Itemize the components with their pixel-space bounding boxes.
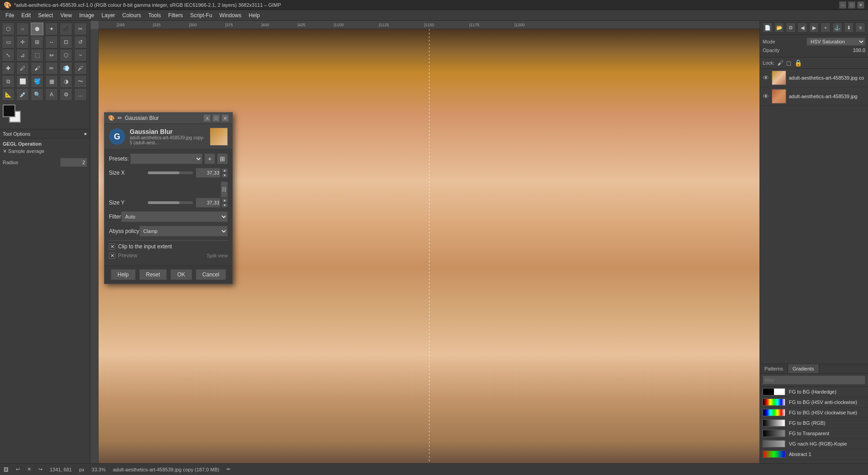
preview-checkbox[interactable]: ✕ [109, 252, 115, 259]
rp-btn4[interactable]: ◀ [797, 23, 807, 33]
layer-eye-1[interactable]: 👁 [763, 93, 769, 100]
clip-checkbox[interactable]: ✕ [109, 243, 115, 250]
menu-view[interactable]: View [57, 11, 75, 19]
tool-path[interactable]: 🖊 [16, 62, 29, 75]
cancel-button[interactable]: Cancel [196, 269, 226, 280]
tool-move[interactable]: ✛ [16, 36, 29, 48]
tool-zoom[interactable]: 🔍 [31, 88, 43, 101]
gradient-item-3[interactable]: FG to BG (RGB) [760, 418, 868, 428]
ok-button[interactable]: OK [170, 269, 192, 280]
tool-fill[interactable]: 🪣 [31, 75, 43, 88]
tool-perspective[interactable]: ⬚ [31, 49, 43, 62]
tab-patterns[interactable]: Patterns [760, 364, 788, 373]
lock-pixels-icon[interactable]: 🖌 [777, 59, 783, 66]
maximize-button[interactable]: □ [848, 1, 855, 9]
gradient-item-2[interactable]: FG to BG (HSV clockwise hue) [760, 408, 868, 418]
rp-btn6[interactable]: + [821, 23, 830, 33]
open-btn[interactable]: 📂 [774, 23, 784, 33]
tool-extra[interactable]: … [74, 88, 87, 101]
rp-btn8[interactable]: ⬇ [844, 23, 854, 33]
tool-pencil[interactable]: ✏ [45, 62, 58, 75]
reset-button[interactable]: Reset [139, 269, 167, 280]
tool-smudge[interactable]: 〜 [74, 75, 87, 88]
tool-align[interactable]: ⊞ [31, 36, 43, 48]
chain-link-btn[interactable]: ⛓ [221, 181, 228, 198]
tool-transform[interactable]: ↔ [45, 36, 58, 48]
minimize-button[interactable]: – [839, 1, 846, 9]
tool-free-select2[interactable]: ⬢ [31, 23, 43, 35]
size-y-up[interactable]: ▲ [222, 198, 228, 203]
preset-manage-btn[interactable]: ⊞ [217, 153, 228, 164]
size-x-input[interactable] [196, 168, 221, 178]
tool-text[interactable]: A [45, 88, 58, 101]
close-button[interactable]: ✕ [857, 1, 864, 9]
menu-tools[interactable]: Tools [145, 11, 165, 19]
gradient-item-0[interactable]: FG to BG (Hardedge) [760, 387, 868, 397]
gradient-item-5[interactable]: VG nach HG (RGB)-Kopie [760, 439, 868, 449]
tool-eraser[interactable]: ⬜ [16, 75, 29, 88]
tool-dodge[interactable]: ◑ [60, 75, 72, 88]
menu-select[interactable]: Select [34, 11, 57, 19]
tool-paint[interactable]: 🖌 [31, 62, 43, 75]
menu-help[interactable]: Help [245, 11, 264, 19]
abyss-select[interactable]: Clamp None Loop Black White [139, 226, 228, 237]
tool-free-select[interactable]: ⬡ [2, 23, 14, 35]
rp-btn3[interactable]: ⚙ [786, 23, 796, 33]
tool-measure[interactable]: 📐 [2, 88, 14, 101]
menu-file[interactable]: File [2, 11, 18, 19]
gradient-item-4[interactable]: FG to Transparent [760, 428, 868, 439]
foreground-color-swatch[interactable] [3, 104, 15, 117]
tool-crop[interactable]: ⊡ [60, 36, 72, 48]
filter-select[interactable]: Auto FIR IIR [121, 211, 228, 222]
menu-filters[interactable]: Filters [165, 11, 187, 19]
lock-position-icon[interactable]: 🔒 [794, 59, 802, 66]
tool-clone[interactable]: ⧉ [2, 75, 14, 88]
rp-btn9[interactable]: ≡ [855, 23, 865, 33]
presets-dropdown[interactable] [130, 153, 203, 164]
preset-add-btn[interactable]: + [204, 153, 215, 164]
size-y-slider[interactable] [148, 201, 193, 204]
tool-airbrush[interactable]: 💨 [60, 62, 72, 75]
tool-fuzzy-select[interactable]: ✦ [45, 23, 58, 35]
tool-iscissors[interactable]: ✂ [74, 23, 87, 35]
dialog-close-btn[interactable]: ✕ [222, 114, 229, 122]
menu-colours[interactable]: Colours [119, 11, 145, 19]
menu-scriptfu[interactable]: Script-Fu [187, 11, 216, 19]
new-image-btn[interactable]: 📄 [763, 23, 773, 33]
size-y-input[interactable] [196, 198, 221, 208]
menu-image[interactable]: Image [75, 11, 98, 19]
menu-layer[interactable]: Layer [98, 11, 119, 19]
size-x-up[interactable]: ▲ [222, 168, 228, 173]
tab-gradients[interactable]: Gradients [788, 364, 819, 373]
tool-flip[interactable]: ⇔ [45, 49, 58, 62]
tool-rotate[interactable]: ↺ [74, 36, 87, 48]
layer-item-1[interactable]: 👁 adult-aesthetics-art-458539.jpg [760, 87, 868, 106]
size-x-down[interactable]: ▼ [222, 173, 228, 178]
tool-heal[interactable]: ✚ [2, 62, 14, 75]
tool-ink[interactable]: 🖋 [74, 62, 87, 75]
tool-ellipse-select[interactable]: ○ [16, 23, 29, 35]
rp-btn7[interactable]: ⚓ [832, 23, 842, 33]
menu-windows[interactable]: Windows [216, 11, 245, 19]
gradient-item-6[interactable]: Abstract 1 [760, 449, 868, 460]
lock-alpha-icon[interactable]: ◻ [786, 59, 792, 66]
dialog-float-btn[interactable]: □ [212, 114, 220, 122]
layer-eye-0[interactable]: 👁 [763, 74, 769, 81]
help-button[interactable]: Help [111, 269, 136, 280]
layer-item-0[interactable]: 👁 adult-aesthetics-art-458539.jpg co [760, 69, 868, 87]
tool-scale[interactable]: ⤡ [2, 49, 14, 62]
rp-btn5[interactable]: ▶ [809, 23, 819, 33]
tool-shear[interactable]: ⊿ [16, 49, 29, 62]
tool-gradient[interactable]: ▦ [45, 75, 58, 88]
tool-cage[interactable]: ⬡ [60, 49, 72, 62]
size-x-slider[interactable] [148, 171, 193, 174]
menu-edit[interactable]: Edit [18, 11, 34, 19]
tool-gegl[interactable]: ⚙ [60, 88, 72, 101]
size-y-down[interactable]: ▼ [222, 203, 228, 208]
gradient-item-1[interactable]: FG to BG (HSV anti-clockwise) [760, 397, 868, 408]
tool-rect-select[interactable]: ▭ [2, 36, 14, 48]
tool-color-pick[interactable]: 💉 [16, 88, 29, 101]
mode-select[interactable]: HSV Saturation Normal Multiply Screen [807, 38, 865, 46]
radius-input[interactable] [60, 158, 87, 167]
dialog-rollup-btn[interactable]: ∧ [203, 114, 211, 122]
